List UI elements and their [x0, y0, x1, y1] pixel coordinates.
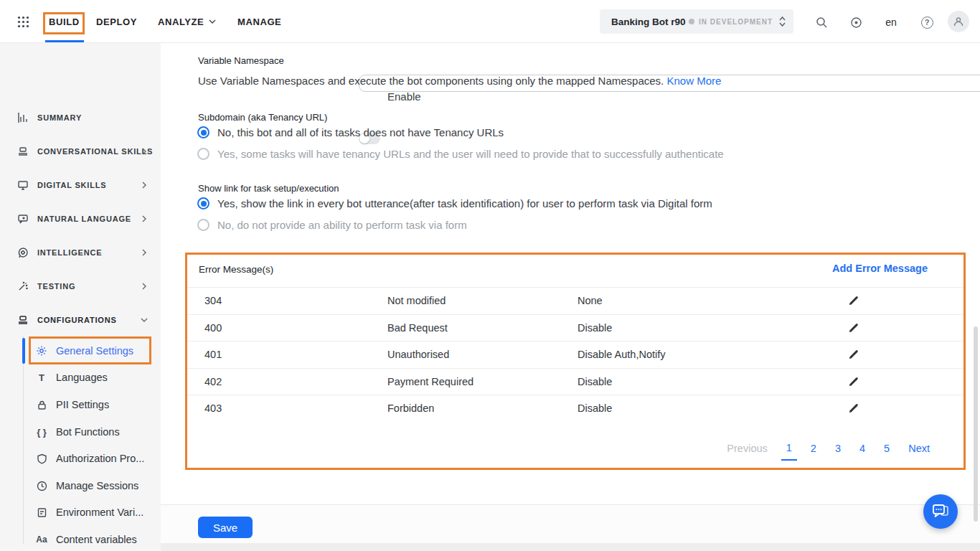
sidebar-item-summary[interactable]: SUMMARY: [0, 100, 161, 134]
sidebar-item-digital-skills[interactable]: DIGITAL SKILLS: [0, 168, 161, 202]
error-action: Disable: [578, 376, 612, 387]
sidebar-item-environment-variables[interactable]: Environment Vari...: [0, 499, 161, 526]
error-messages-title: Error Message(s): [199, 264, 273, 275]
sidebar-item-testing[interactable]: TESTING: [0, 269, 161, 303]
save-footer: Save: [161, 504, 980, 543]
error-name: Not modified: [387, 295, 446, 306]
error-messages-table: 304 Not modified None 400 Bad Request Di…: [187, 287, 963, 422]
error-code: 400: [204, 322, 222, 334]
variable-namespace-label: Variable Namespace: [198, 55, 284, 66]
radio-selected-icon: [197, 197, 209, 209]
task-link-label: Show link for task setup/execution: [198, 183, 339, 194]
task-link-option-yes[interactable]: Yes, show the link in every bot utteranc…: [197, 197, 712, 209]
circle-dot-icon[interactable]: [848, 14, 864, 30]
table-row: 400 Bad Request Disable: [187, 314, 963, 342]
task-link-option-no[interactable]: No, do not provide an ability to perform…: [197, 219, 467, 231]
chat-fab-button[interactable]: [923, 494, 958, 529]
tab-analyze[interactable]: ANALYZE: [158, 0, 216, 43]
sidebar-item-general-settings[interactable]: General Settings: [0, 337, 161, 364]
chevron-down-icon: [141, 316, 148, 324]
edit-pencil-icon[interactable]: [847, 375, 860, 388]
error-action: Disable: [578, 322, 612, 334]
chevron-right-icon: [141, 148, 148, 155]
status-dot: [689, 19, 694, 24]
document-icon: [35, 506, 48, 519]
sidebar-item-pii-settings[interactable]: PII Settings: [0, 391, 161, 418]
error-code: 403: [204, 402, 222, 414]
help-icon[interactable]: ?: [919, 14, 935, 30]
text-aa-icon: Aa: [35, 533, 48, 546]
tab-manage[interactable]: MANAGE: [237, 0, 281, 43]
error-action: None: [578, 295, 603, 306]
sidebar-item-intelligence[interactable]: INTELLIGENCE: [0, 235, 161, 269]
pagination-previous[interactable]: Previous: [727, 443, 767, 454]
main-content: Variable Namespace Use Variable Namespac…: [161, 43, 980, 551]
chevron-right-icon: [141, 182, 148, 189]
sidebar-item-conversational-skills[interactable]: CONVERSATIONAL SKILLS: [0, 134, 161, 168]
sidebar-item-natural-language[interactable]: NATURAL LANGUAGE: [0, 202, 161, 235]
know-more-link[interactable]: Know More: [666, 75, 721, 87]
error-action: Disable: [578, 402, 612, 414]
monitor-icon: [17, 179, 29, 192]
add-error-message-link[interactable]: Add Error Message: [832, 263, 928, 274]
edit-pencil-icon[interactable]: [847, 294, 860, 307]
subdomain-option-yes[interactable]: Yes, some tasks will have tenancy URLs a…: [197, 148, 724, 160]
error-name: Payment Required: [387, 376, 473, 387]
top-header: BUILD DEPLOY ANALYZE MANAGE Banking Bot …: [0, 0, 980, 43]
error-name: Forbidden: [387, 402, 434, 414]
sidebar-item-content-variables[interactable]: Aa Content variables: [0, 526, 161, 551]
bot-name: Banking Bot r90: [611, 17, 686, 27]
edit-pencil-icon[interactable]: [847, 321, 860, 334]
avatar[interactable]: [948, 11, 969, 32]
error-messages-panel: Error Message(s) Add Error Message 304 N…: [185, 253, 966, 470]
chevron-right-icon: [141, 283, 148, 290]
app-root: Variable Namespace Use Variable Namespac…: [0, 0, 980, 551]
error-code: 401: [204, 349, 222, 360]
pagination: Previous 1 2 3 4 5 Next: [727, 442, 930, 455]
pagination-page-2[interactable]: 2: [811, 443, 816, 454]
subdomain-option-no[interactable]: No, this bot and all of its tasks does n…: [197, 126, 504, 138]
active-tab-underline: [45, 40, 84, 42]
speech-bubble-icon: [17, 212, 29, 225]
intelligence-brain-icon: [17, 246, 29, 259]
table-row: 304 Not modified None: [187, 287, 963, 314]
sidebar-item-languages[interactable]: T Languages: [0, 364, 161, 391]
pagination-page-1[interactable]: 1: [786, 442, 792, 455]
highlight-box-build: [43, 12, 85, 34]
edit-pencil-icon[interactable]: [847, 402, 860, 415]
pagination-page-3[interactable]: 3: [835, 443, 841, 454]
radio-unselected-icon: [197, 148, 209, 160]
subdomain-label: Subdomain (aka Tenancy URL): [198, 112, 327, 123]
tab-deploy[interactable]: DEPLOY: [96, 0, 137, 43]
radio-unselected-icon: [197, 219, 209, 231]
chevron-right-icon: [141, 215, 148, 222]
magic-wand-icon: [17, 280, 29, 293]
table-row: 401 Unauthorised Disable Auth,Notify: [187, 341, 963, 368]
sidebar-item-configurations[interactable]: CONFIGURATIONS: [0, 303, 161, 336]
chevron-right-icon: [141, 249, 148, 256]
error-name: Bad Request: [387, 322, 448, 334]
lock-icon: [35, 398, 48, 411]
sidebar-item-bot-functions[interactable]: { } Bot Functions: [0, 418, 161, 446]
bot-switcher[interactable]: Banking Bot r90 IN DEVELOPMENT: [600, 9, 793, 34]
bar-chart-icon: [17, 111, 29, 124]
error-code: 402: [204, 376, 222, 387]
apps-grid-icon[interactable]: [17, 16, 29, 28]
sidebar: SUMMARY CONVERSATIONAL SKILLS DIGITAL SK…: [0, 43, 161, 551]
sidebar-item-authorization-profiles[interactable]: Authorization Pro...: [0, 445, 161, 472]
radio-selected-icon: [197, 126, 209, 138]
error-action: Disable Auth,Notify: [578, 349, 666, 360]
language-selector[interactable]: en: [883, 14, 899, 30]
vertical-scrollbar-thumb[interactable]: [974, 326, 978, 522]
pagination-page-4[interactable]: 4: [859, 443, 865, 454]
search-icon[interactable]: [814, 14, 829, 30]
sort-chevrons-icon: [778, 16, 786, 27]
pagination-next[interactable]: Next: [908, 443, 930, 454]
edit-pencil-icon[interactable]: [847, 348, 860, 361]
conversational-skills-icon: [17, 145, 29, 158]
clock-icon: [35, 479, 48, 492]
save-button[interactable]: Save: [198, 517, 253, 538]
variable-namespace-description: Use Variable Namespaces and execute the …: [198, 75, 721, 87]
pagination-page-5[interactable]: 5: [884, 443, 890, 454]
sidebar-item-manage-sessions[interactable]: Manage Sessions: [0, 472, 161, 499]
